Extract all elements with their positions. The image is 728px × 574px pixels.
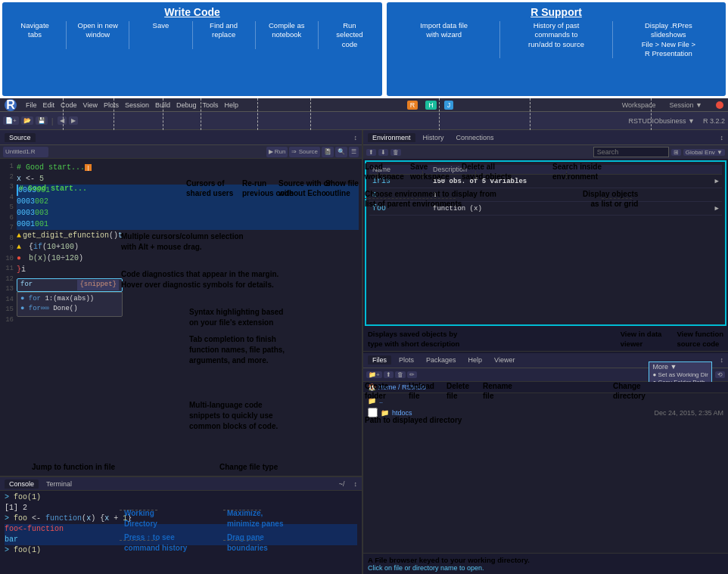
compile-btn[interactable]: 📓: [322, 147, 334, 157]
write-code-title: Write Code: [8, 6, 376, 18]
file-row-up[interactable]: 📁 ..: [365, 395, 726, 407]
console-dir: ~/: [339, 480, 345, 488]
file-checkbox-dir[interactable]: [368, 408, 378, 417]
menu-help[interactable]: Help: [225, 101, 239, 109]
menu-edit[interactable]: Edit: [43, 101, 55, 109]
file-name-dir[interactable]: htdocs: [392, 409, 412, 417]
file-name-btn[interactable]: Untitled1.R: [3, 147, 48, 157]
load-workspace-btn[interactable]: ⬆: [366, 149, 376, 156]
callout-compile: [257, 98, 258, 130]
env-row-a[interactable]: a 1: [369, 188, 722, 202]
code-line-func: ▲ get_digit_efunction() t: [17, 230, 359, 241]
pane-layout: Source ↕ Untitled1.R ▶ Run ⇒ Source 📓 🔍 …: [0, 130, 728, 574]
right-minimize[interactable]: ↕: [720, 134, 724, 141]
tab-packages[interactable]: Packages: [422, 355, 461, 365]
menu-session[interactable]: Session: [125, 101, 149, 109]
code-line-close: }i: [17, 264, 359, 275]
console-line-4: foo<-function: [5, 524, 357, 535]
open-file-btn[interactable]: 📂: [21, 116, 33, 125]
env-col-desc: Description: [433, 166, 719, 173]
tab-files[interactable]: Files: [368, 355, 391, 365]
env-dropdown[interactable]: Global Env ▼: [683, 149, 725, 156]
code-line-2: x <- 5: [17, 173, 359, 185]
delete-objects-btn[interactable]: 🗑: [390, 149, 401, 156]
env-row-foo[interactable]: foo function (x) ▶: [369, 202, 722, 216]
arrow-left-btn[interactable]: ◀: [58, 116, 67, 125]
project-label: RSTUDIObusiness ▼: [629, 117, 695, 125]
session-label: Session ▼: [670, 101, 702, 109]
env-name-a: a: [372, 191, 433, 199]
menu-view[interactable]: View: [83, 101, 98, 109]
rename-file-btn[interactable]: ✏: [407, 371, 417, 378]
close-btn[interactable]: [716, 101, 723, 109]
env-icon-iris[interactable]: ▶: [715, 177, 719, 185]
outline-btn[interactable]: ☰: [349, 147, 359, 157]
create-folder-btn[interactable]: 📁+: [366, 371, 382, 378]
divider: [255, 21, 256, 49]
snippet-area: for {snippet} ● for 1:(max(abs)) ● for∞∞…: [17, 278, 359, 317]
ann-view-data: View in dataviewer: [621, 330, 662, 349]
env-name-iris: iris: [372, 177, 433, 185]
menu-tools[interactable]: Tools: [203, 101, 219, 109]
change-dir-btn[interactable]: ⟲: [715, 371, 725, 378]
wc-item-save: Save: [134, 21, 187, 49]
save-btn[interactable]: 💾: [36, 116, 48, 125]
ann-file-browser: A File browser keyed to your working dir…: [368, 556, 723, 564]
callout-open: [114, 98, 114, 130]
console-minimize[interactable]: ↕: [354, 480, 358, 488]
breadcrumb-dir[interactable]: RStudio: [402, 383, 426, 391]
arrow-right-btn[interactable]: ▶: [69, 116, 78, 125]
tab-connections[interactable]: Connections: [452, 133, 499, 142]
callout-run: [310, 98, 311, 130]
code-line-selected-4: 0001001: [17, 219, 359, 230]
find-btn[interactable]: 🔍: [335, 147, 347, 157]
source-btn[interactable]: ⇒ Source: [289, 147, 320, 157]
tab-plots[interactable]: Plots: [394, 355, 418, 365]
menu-debug[interactable]: Debug: [176, 101, 197, 109]
ann-click-file: Click on file or directory name to open.: [368, 564, 723, 572]
tab-viewer[interactable]: Viewer: [490, 355, 519, 365]
code-line-else: ● b(x)(10 ÷ 120): [17, 253, 359, 264]
left-pane: Source ↕ Untitled1.R ▶ Run ⇒ Source 📓 🔍 …: [0, 130, 363, 574]
wc-item-compile: Compile asnotebook: [260, 21, 313, 49]
callout-import: [439, 98, 440, 130]
save-workspace-btn[interactable]: ⬇: [378, 149, 388, 156]
menu-file[interactable]: File: [26, 101, 37, 109]
cursor-marker: |: [85, 164, 92, 171]
wc-item-open: Open in newwindow: [71, 21, 124, 49]
console-pane: Console Terminal ~/ ↕ > foo(1) [1] 2 > f…: [0, 476, 362, 574]
run-btn[interactable]: ▶ Run: [266, 147, 288, 157]
file-browser-note: A File browser keyed to your working dir…: [363, 553, 728, 574]
file-name-up[interactable]: ..: [379, 397, 383, 405]
code-editor-body: 12345678910111213141516 # Good start...|…: [0, 159, 362, 476]
code-line-selected-3: 0003003: [17, 207, 359, 219]
write-code-panel: Write Code Navigatetabs Open in newwindo…: [2, 2, 382, 96]
console-tab[interactable]: Console: [5, 479, 39, 489]
wc-item-find: Find andreplace: [198, 21, 250, 49]
minimize-editor[interactable]: ↕: [354, 134, 358, 141]
rstudio-logo: R: [5, 99, 17, 111]
tab-history[interactable]: History: [418, 133, 449, 142]
tab-environment[interactable]: Environment: [368, 133, 415, 142]
file-breadcrumb: 🏠 Home / RStudio: [363, 382, 728, 393]
env-col-name: Name: [372, 166, 433, 173]
delete-file-btn[interactable]: 🗑: [395, 371, 406, 378]
menu-plots[interactable]: Plots: [104, 101, 119, 109]
callout-find: [201, 98, 201, 130]
upload-file-btn[interactable]: ⬆: [384, 371, 394, 378]
files-toolbar: 📁+ ⬆ 🗑 ✏ More ▼● Set as Working Dir● Cop…: [363, 368, 728, 382]
list-grid-btn[interactable]: ⊞: [671, 149, 681, 156]
terminal-tab[interactable]: Terminal: [42, 479, 76, 489]
editor-tab-source[interactable]: Source: [5, 133, 36, 142]
console-line-1: > foo(1): [5, 492, 357, 503]
new-file-btn[interactable]: 📄+: [3, 116, 19, 125]
search-environment-input[interactable]: [593, 147, 669, 157]
tab-help[interactable]: Help: [464, 355, 487, 365]
page-wrapper: Write Code Navigatetabs Open in newwindo…: [0, 0, 728, 574]
env-row-iris[interactable]: iris 150 obs. of 5 variables ▶: [369, 175, 722, 188]
snippet-box: for {snippet}: [17, 278, 123, 292]
env-icon-foo[interactable]: ▶: [715, 204, 719, 213]
files-minimize[interactable]: ↕: [720, 356, 724, 364]
file-row-dir[interactable]: 📁 htdocs Dec 24, 2015, 2:35 AM: [365, 407, 726, 419]
wc-item-run: Runselectedcode: [323, 21, 376, 49]
